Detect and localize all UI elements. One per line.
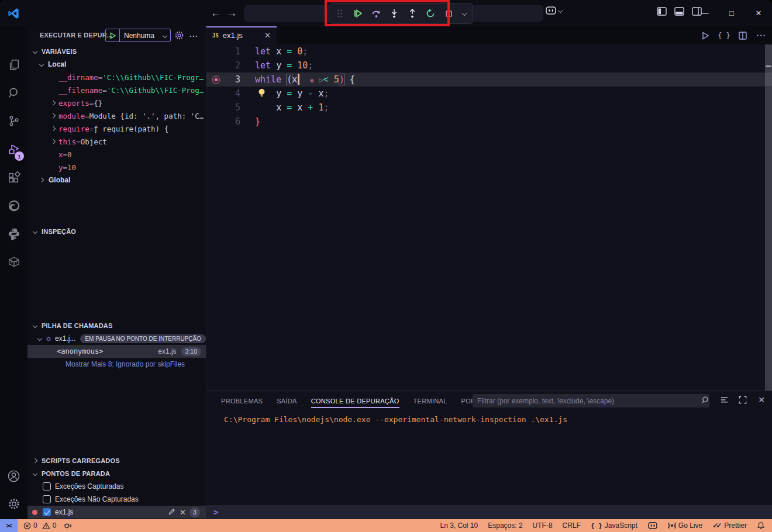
- paused-status-badge: EM PAUSA NO PONTO DE INTERRUPÇÃO: [80, 334, 206, 343]
- caught-exceptions-checkbox[interactable]: [43, 482, 51, 490]
- section-breakpoints[interactable]: PONTOS DE PARADA: [27, 467, 206, 480]
- section-watch[interactable]: INSPEÇÃO: [27, 225, 206, 238]
- tab-close-button[interactable]: ✕: [264, 31, 271, 40]
- debug-stop-button[interactable]: [443, 8, 454, 19]
- minimize-button[interactable]: —: [691, 0, 718, 26]
- toolbar-drag-handle[interactable]: [335, 8, 345, 19]
- call-stack-session-row[interactable]: ex1.j... EM PAUSA NO PONTO DE INTERRUPÇÃ…: [27, 332, 206, 345]
- gutter[interactable]: [206, 87, 225, 101]
- toggle-sidebar-icon[interactable]: [657, 7, 667, 16]
- debug-step-into-button[interactable]: [389, 8, 399, 19]
- breakpoint-caught-exceptions-row[interactable]: Exceções Capturadas: [27, 480, 206, 493]
- local-scope-label: Local: [48, 60, 66, 68]
- gutter[interactable]: [206, 44, 225, 58]
- variable-row-exports[interactable]: exports = {}: [27, 96, 206, 109]
- copilot-status[interactable]: [647, 521, 658, 530]
- activity-account[interactable]: [0, 463, 27, 489]
- section-call-stack[interactable]: PILHA DE CHAMADAS: [27, 319, 206, 332]
- activity-search[interactable]: [0, 80, 27, 106]
- debug-step-out-button[interactable]: [407, 8, 418, 19]
- scope-global[interactable]: Global: [27, 174, 206, 186]
- cursor-position-status[interactable]: Ln 3, Col 10: [440, 521, 478, 530]
- debug-continue-button[interactable]: [353, 8, 363, 19]
- split-editor-button[interactable]: [736, 29, 750, 43]
- debug-settings-gear-icon[interactable]: [174, 30, 184, 42]
- scope-local[interactable]: Local: [27, 58, 206, 71]
- activity-edge-browser[interactable]: [0, 193, 27, 219]
- activity-explorer[interactable]: [0, 52, 27, 78]
- nav-back-button[interactable]: ←: [209, 6, 223, 20]
- collapse-all-icon[interactable]: [718, 394, 730, 406]
- section-variables[interactable]: VARIÁVEIS: [27, 45, 206, 58]
- launch-config-dropdown[interactable]: Nenhuma: [105, 29, 171, 42]
- editor-more-actions-button[interactable]: ···: [754, 29, 768, 43]
- close-button[interactable]: ✕: [745, 0, 772, 26]
- edit-breakpoint-button[interactable]: [168, 507, 176, 517]
- nav-forward-button[interactable]: →: [225, 6, 239, 20]
- views-more-actions-button[interactable]: ···: [189, 32, 198, 40]
- editor-tab-bar: JS ex1.js ✕ { } ···: [206, 26, 772, 44]
- start-debug-button[interactable]: [106, 29, 120, 42]
- stack-frame-row[interactable]: <anonymous> ex1.js 3:10: [27, 345, 206, 358]
- variable-row-x[interactable]: x = 0: [27, 148, 206, 161]
- variable-row-__dirname[interactable]: __dirname = 'C:\\Github\\FIC-Progr…: [27, 71, 206, 84]
- breakpoint-uncaught-exceptions-row[interactable]: Exceções Não Capturadas: [27, 493, 206, 506]
- debug-step-over-button[interactable]: [371, 8, 381, 19]
- notifications-bell-icon[interactable]: [757, 521, 765, 530]
- activity-python[interactable]: [0, 221, 27, 247]
- breakpoint-file-row[interactable]: ex1.js ✕ 3: [27, 506, 206, 519]
- console-filter-input[interactable]: [473, 394, 709, 407]
- problems-status[interactable]: 0 0: [23, 521, 56, 530]
- maximize-panel-icon[interactable]: [737, 394, 749, 406]
- close-panel-icon[interactable]: ✕: [756, 394, 767, 406]
- editor-scrollbar[interactable]: [765, 44, 772, 391]
- token-id: y: [276, 60, 281, 71]
- variable-row-y[interactable]: y = 10: [27, 161, 206, 174]
- maximize-button[interactable]: □: [718, 0, 745, 26]
- section-loaded-scripts[interactable]: SCRIPTS CARREGADOS: [27, 454, 206, 467]
- debug-restart-button[interactable]: [425, 8, 436, 19]
- panel-tab-terminal[interactable]: TERMINAL: [413, 395, 447, 407]
- prettier-status[interactable]: ✓✓ Prettier: [712, 521, 747, 530]
- loaded-scripts-header-label: SCRIPTS CARREGADOS: [42, 457, 120, 464]
- gutter[interactable]: [206, 58, 225, 72]
- activity-extensions[interactable]: [0, 165, 27, 191]
- show-more-frames-link[interactable]: Mostrar Mais 8: Ignorado por skipFiles: [27, 358, 206, 371]
- uncaught-exceptions-checkbox[interactable]: [43, 495, 51, 503]
- tab-ex1-js[interactable]: JS ex1.js ✕: [206, 26, 277, 44]
- debug-toolbar-dropdown-chevron[interactable]: [461, 8, 467, 19]
- variable-row-__filename[interactable]: __filename = 'C:\\Github\\FIC-Prog…: [27, 84, 206, 96]
- variable-row-module[interactable]: module = Module {id: '.', path: 'C…: [27, 109, 206, 122]
- panel-tab-problemas[interactable]: PROBLEMAS: [221, 395, 263, 407]
- code-editor[interactable]: 1let x = 0;2let y = 10;3while (x ● ▷< 5)…: [206, 44, 765, 391]
- remove-breakpoint-button[interactable]: ✕: [180, 508, 186, 517]
- breakpoint-gutter-icon[interactable]: [206, 72, 225, 87]
- variable-row-require[interactable]: require = ƒ require(path) {: [27, 122, 206, 135]
- toggle-panel-icon[interactable]: [674, 7, 684, 16]
- panel-tab-sa-da[interactable]: SAÍDA: [277, 395, 297, 407]
- search-icon[interactable]: [699, 394, 711, 406]
- activity-containers[interactable]: [0, 249, 27, 275]
- debug-console-input[interactable]: >: [206, 505, 772, 519]
- breakpoint-enabled-checkbox[interactable]: [43, 508, 51, 516]
- eol-status[interactable]: CRLF: [563, 521, 581, 530]
- token-brk2: ): [339, 74, 344, 85]
- panel-tab-console-de-depura-o[interactable]: CONSOLE DE DEPURAÇÃO: [311, 395, 399, 407]
- gutter[interactable]: [206, 115, 225, 129]
- breakpoint-dot-icon: [32, 510, 37, 515]
- gutter[interactable]: [206, 101, 225, 115]
- format-braces-button[interactable]: { }: [717, 29, 731, 43]
- indentation-status[interactable]: Espaços: 2: [488, 521, 522, 530]
- language-mode-status[interactable]: { } JavaScript: [591, 521, 637, 530]
- warning-icon: [42, 522, 50, 530]
- copilot-menu-button[interactable]: [545, 6, 562, 15]
- run-file-button[interactable]: [698, 29, 712, 43]
- remote-indicator[interactable]: ><: [0, 519, 18, 532]
- variable-row-this[interactable]: this = Object: [27, 135, 206, 148]
- activity-source-control[interactable]: [0, 108, 27, 134]
- activity-settings-gear-icon[interactable]: [0, 491, 27, 517]
- activity-run-debug[interactable]: 1: [0, 137, 27, 163]
- debug-status-icon[interactable]: [63, 521, 72, 530]
- go-live-status[interactable]: Go Live: [668, 521, 702, 530]
- encoding-status[interactable]: UTF-8: [533, 521, 553, 530]
